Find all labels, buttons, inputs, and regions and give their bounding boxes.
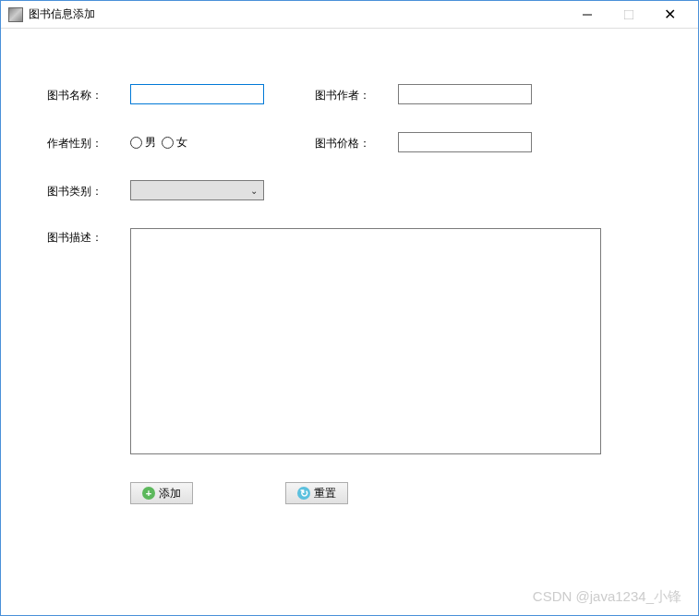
window-controls: ✕ xyxy=(566,2,691,28)
add-button-label: 添加 xyxy=(159,486,181,501)
form-content: 图书名称： 图书作者： 作者性别： 男 女 图书价格： 图书类别： ⌄ 图书描述… xyxy=(1,29,698,523)
button-row: + 添加 ↻ 重置 xyxy=(130,482,652,504)
close-icon: ✕ xyxy=(664,6,676,23)
maximize-icon xyxy=(624,10,633,19)
radio-icon xyxy=(162,137,174,149)
svg-rect-1 xyxy=(624,10,633,19)
price-label: 图书价格： xyxy=(315,134,398,151)
gender-radio-group: 男 女 xyxy=(130,135,264,151)
reset-button[interactable]: ↻ 重置 xyxy=(285,482,348,504)
desc-textarea[interactable] xyxy=(130,228,601,454)
gender-male-radio[interactable]: 男 xyxy=(130,135,156,151)
row-gender-price: 作者性别： 男 女 图书价格： xyxy=(47,132,652,152)
app-icon xyxy=(8,7,23,22)
radio-icon xyxy=(130,137,142,149)
desc-label: 图书描述： xyxy=(47,228,130,246)
minimize-button[interactable] xyxy=(566,2,608,28)
watermark: CSDN @java1234_小锋 xyxy=(533,588,681,606)
gender-female-radio[interactable]: 女 xyxy=(162,135,187,151)
name-label: 图书名称： xyxy=(47,86,130,103)
maximize-button[interactable] xyxy=(608,2,649,28)
close-button[interactable]: ✕ xyxy=(649,2,691,28)
add-button[interactable]: + 添加 xyxy=(130,482,193,504)
row-name-author: 图书名称： 图书作者： xyxy=(47,84,652,104)
row-description: 图书描述： xyxy=(47,228,652,454)
reset-icon: ↻ xyxy=(297,487,310,500)
minimize-icon xyxy=(583,10,592,19)
name-input[interactable] xyxy=(130,84,264,104)
author-label: 图书作者： xyxy=(315,86,398,103)
gender-female-label: 女 xyxy=(176,135,187,151)
gender-male-label: 男 xyxy=(145,135,156,151)
author-input[interactable] xyxy=(398,84,532,104)
gender-label: 作者性别： xyxy=(47,134,130,151)
price-input[interactable] xyxy=(398,132,532,152)
plus-icon: + xyxy=(142,487,155,500)
chevron-down-icon: ⌄ xyxy=(250,186,258,196)
row-category: 图书类别： ⌄ xyxy=(47,180,652,200)
window-title: 图书信息添加 xyxy=(29,6,566,22)
category-combobox[interactable]: ⌄ xyxy=(130,180,264,200)
category-label: 图书类别： xyxy=(47,182,130,199)
titlebar: 图书信息添加 ✕ xyxy=(1,1,698,29)
reset-button-label: 重置 xyxy=(314,486,336,501)
